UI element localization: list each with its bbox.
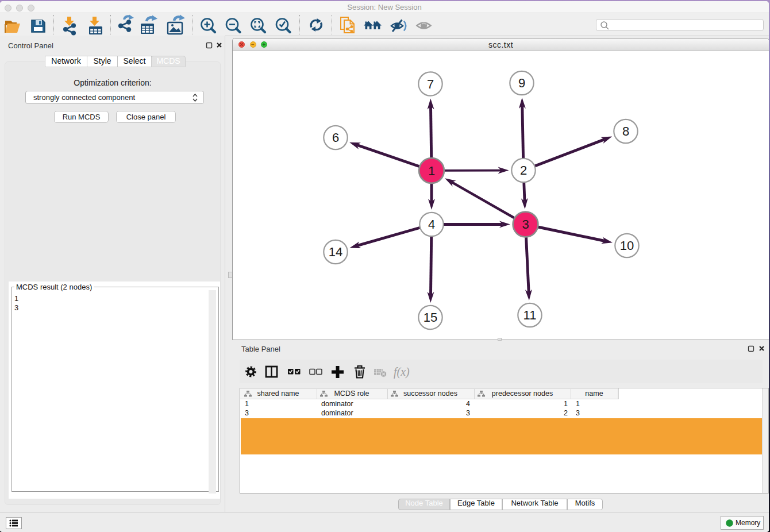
svg-text:2: 2	[520, 163, 527, 178]
svg-text:10: 10	[620, 238, 634, 253]
svg-text:f(x): f(x)	[394, 365, 410, 379]
svg-text:1: 1	[428, 164, 435, 178]
svg-text:8: 8	[622, 124, 629, 138]
svg-text:3: 3	[522, 217, 529, 232]
svg-text:6: 6	[332, 130, 339, 145]
svg-text:15: 15	[424, 310, 437, 325]
svg-text:14: 14	[329, 245, 342, 259]
svg-text:11: 11	[523, 308, 537, 322]
svg-text:4: 4	[428, 217, 435, 232]
svg-text:9: 9	[518, 76, 525, 90]
svg-text:7: 7	[427, 77, 434, 91]
